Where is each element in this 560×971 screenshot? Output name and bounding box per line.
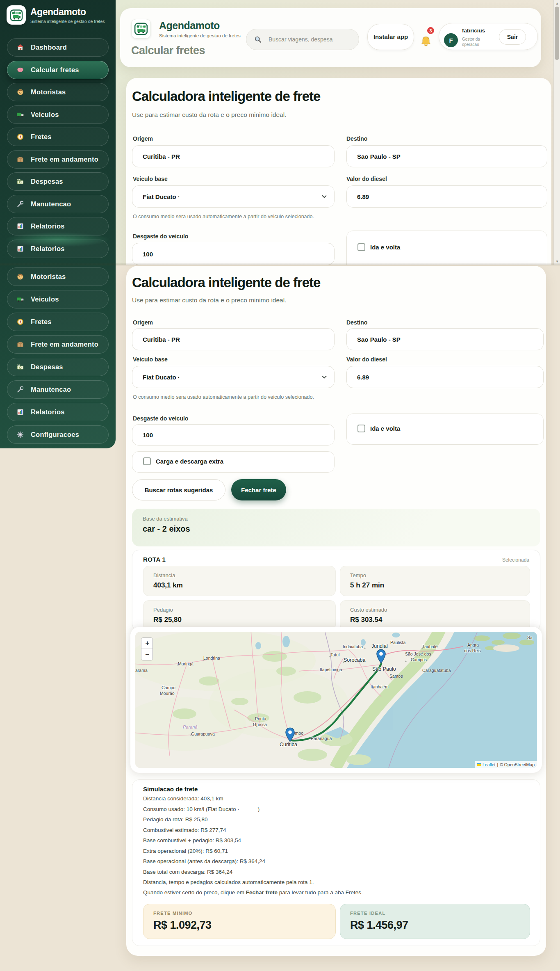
buscar-rotas-button[interactable]: Buscar rotas sugeridas: [132, 479, 225, 500]
sidebar-brand-subtitle: Sistema inteligente de gestao de fretes: [30, 18, 108, 24]
zoom-out-button[interactable]: −: [141, 649, 153, 660]
map-zoom-control: + −: [141, 637, 153, 660]
desgaste-input[interactable]: [132, 243, 335, 265]
sidebar-item[interactable]: Manutencao: [7, 195, 109, 213]
ida-e-volta-checkbox[interactable]: Ida e volta: [357, 243, 400, 251]
veiculo-select[interactable]: Fiat Ducato ·: [132, 366, 335, 388]
rota-selected-badge: Selecionada: [502, 557, 529, 563]
sidebar-item-icon: [16, 155, 24, 163]
stat-value: R$ 25,80: [153, 616, 182, 624]
map-city-label: Santos: [389, 674, 403, 679]
sidebar-item[interactable]: Relatorios: [7, 403, 109, 421]
user-menu[interactable]: F fabricius Gestor da operacao Sair: [439, 23, 538, 50]
sidebar-item[interactable]: Fretes: [7, 128, 109, 146]
map-city-label: Tatuí: [330, 652, 340, 657]
notifications-button[interactable]: 3: [419, 30, 436, 50]
destino-input[interactable]: [346, 145, 547, 167]
map-city-label: Angra: [467, 642, 479, 647]
install-app-button[interactable]: Instalar app: [367, 24, 414, 50]
rota-stat-box: Distancia 403,1 km: [143, 566, 336, 596]
sidebar-item-label: Calcular fretes: [31, 66, 79, 74]
sidebar-item-label: Frete em andamento: [31, 155, 98, 163]
veiculo-label: Veiculo base: [133, 356, 168, 363]
desgaste-input[interactable]: [132, 424, 335, 446]
vertical-scrollbar[interactable]: ▲ ▼: [553, 0, 560, 265]
sidebar-item[interactable]: Fretes: [7, 313, 109, 331]
scrollbar-thumb[interactable]: [555, 7, 559, 60]
sidebar-item[interactable]: Despesas: [7, 172, 109, 191]
map-city-label: Itanhaém: [371, 684, 389, 689]
sidebar-item-label: Frete em andamento: [31, 340, 98, 348]
sidebar-item[interactable]: Configuracoes: [7, 425, 109, 444]
map-city-label: São Paulo: [372, 666, 396, 672]
checkbox-icon[interactable]: [143, 457, 151, 465]
stat-label: Custo estimado: [350, 607, 387, 613]
calculator-subtitle: Use para estimar custo da rota e o preco…: [132, 295, 312, 305]
sidebar-item-icon: [16, 340, 24, 348]
map-city-label: Paulista: [390, 640, 405, 645]
diesel-label: Valor do diesel: [346, 176, 387, 182]
frete-ideal-label: FRETE IDEAL: [350, 911, 385, 916]
simulation-note: Quando estiver certo do preco, clique em…: [143, 889, 363, 896]
map-city-label: Grossa: [253, 722, 267, 727]
sidebar-item[interactable]: Calcular fretes: [7, 61, 109, 79]
desgaste-label: Desgaste do veiculo: [133, 415, 188, 422]
sidebar-item[interactable]: Relatorios: [7, 217, 109, 235]
map-marker-pin[interactable]: [285, 727, 295, 742]
diesel-input[interactable]: [346, 366, 544, 388]
sidebar-logo-icon: [7, 5, 26, 25]
sidebar-item[interactable]: Motoristas: [7, 83, 109, 101]
origem-input[interactable]: [132, 328, 335, 350]
map-city-label: Curitiba: [280, 742, 297, 747]
sidebar-item-icon: [16, 295, 24, 303]
search-icon: [254, 35, 262, 43]
sidebar-item[interactable]: Frete em andamento: [7, 150, 109, 169]
map-city-label: Paraná: [183, 724, 197, 729]
rota-stat-box: Pedagio R$ 25,80: [143, 600, 336, 631]
sidebar-item[interactable]: Manutencao: [7, 380, 109, 399]
simulation-line: Combustivel estimado: R$ 277,74: [143, 827, 226, 833]
fechar-frete-button[interactable]: Fechar frete: [231, 479, 286, 500]
osm-link[interactable]: © OpenStreetMap: [500, 762, 535, 767]
checkbox-icon[interactable]: [357, 425, 365, 432]
origem-input[interactable]: [132, 145, 335, 167]
sidebar-item[interactable]: Veiculos: [7, 290, 109, 308]
simulation-line: Base operacional (antes da descarga): R$…: [143, 858, 265, 864]
frete-minimo-value: R$ 1.092,73: [153, 919, 212, 932]
map-city-label: Indaiatuba: [343, 644, 363, 649]
base-estimativa-value: car - 2 eixos: [143, 524, 190, 534]
signout-button[interactable]: Sair: [499, 29, 526, 45]
ida-e-volta-box: Ida e volta: [346, 414, 544, 445]
sidebar-item-label: Relatorios: [31, 245, 65, 253]
sidebar-item[interactable]: Relatorios: [7, 240, 109, 258]
origem-label: Origem: [133, 135, 153, 142]
veiculo-select[interactable]: Fiat Ducato ·: [132, 185, 335, 208]
map-city-label: Caraguatatuba: [422, 668, 451, 673]
diesel-input[interactable]: [346, 185, 547, 208]
sidebar-item[interactable]: Despesas: [7, 358, 109, 376]
checkbox-icon[interactable]: [357, 243, 365, 251]
sidebar-brand-title: Agendamoto: [30, 7, 86, 18]
scrollbar-up-arrow[interactable]: ▲: [554, 2, 560, 5]
simulation-title: Simulacao de frete: [143, 786, 198, 793]
route-map[interactable]: aramaLondrinaMaringáCampoMourãoParanáPon…: [135, 632, 537, 768]
destino-input[interactable]: [346, 328, 544, 350]
map-marker-pin[interactable]: [376, 649, 386, 664]
notification-badge: 3: [426, 26, 435, 35]
sidebar-item[interactable]: Motoristas: [7, 267, 109, 286]
sidebar-item[interactable]: Veiculos: [7, 105, 109, 124]
sidebar-item-icon: [16, 88, 24, 96]
leaflet-link[interactable]: Leaflet: [483, 762, 496, 767]
sidebar-item-label: Veiculos: [31, 295, 59, 303]
map-city-label: Paranaguá: [311, 736, 332, 741]
stat-label: Pedagio: [153, 607, 173, 613]
ida-e-volta-checkbox[interactable]: Ida e volta: [357, 425, 400, 432]
sidebar-item[interactable]: Dashboard: [7, 38, 109, 57]
rota-card[interactable]: ROTA 1 Selecionada Distancia 403,1 km Te…: [132, 550, 540, 631]
sidebar-item[interactable]: Frete em andamento: [7, 335, 109, 354]
stitch-seam: [0, 263, 560, 266]
search-input[interactable]: Buscar viagens, despesa: [246, 29, 359, 50]
sidebar-item-icon: [16, 386, 24, 393]
carga-descarga-checkbox[interactable]: Carga e descarga extra: [143, 457, 223, 465]
zoom-in-button[interactable]: +: [141, 638, 153, 649]
